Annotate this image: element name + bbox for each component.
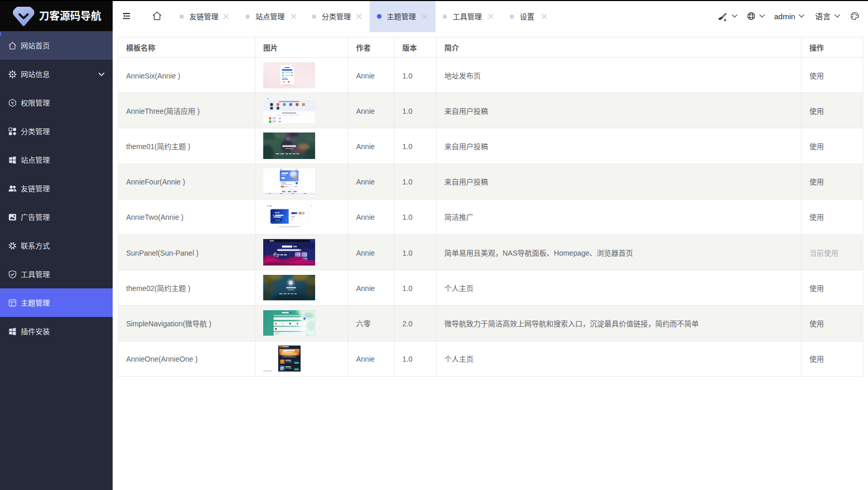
svg-text:A: A [724,18,726,21]
